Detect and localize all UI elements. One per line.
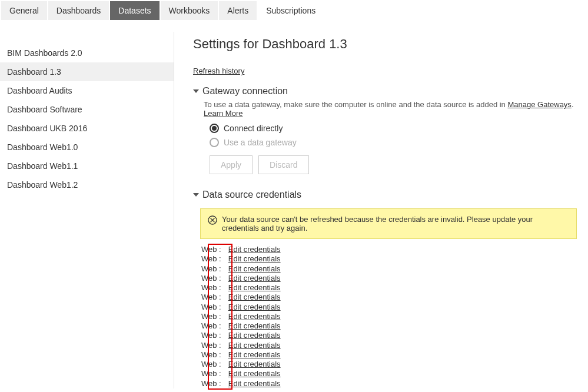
edit-credentials-link[interactable]: Edit credentials bbox=[228, 254, 281, 263]
data-source-label: Web : bbox=[201, 303, 221, 311]
edit-credentials-link[interactable]: Edit credentials bbox=[228, 293, 281, 301]
sidebar-item-dashboard-web12[interactable]: Dashboard Web1.2 bbox=[0, 175, 174, 194]
tab-workbooks[interactable]: Workbooks bbox=[161, 1, 218, 20]
edit-credentials-link[interactable]: Edit credentials bbox=[228, 264, 281, 273]
gateway-desc-middle: . bbox=[572, 100, 574, 109]
sidebar-item-dashboard-software[interactable]: Dashboard Software bbox=[0, 100, 174, 119]
edit-credentials-link[interactable]: Edit credentials bbox=[228, 303, 281, 311]
radio-connect-directly[interactable]: Connect directly bbox=[210, 124, 588, 133]
data-source-row: Web :Edit credentials bbox=[201, 369, 588, 378]
credentials-section-header[interactable]: Data source credentials bbox=[193, 190, 588, 200]
data-source-row: Web :Edit credentials bbox=[201, 331, 588, 340]
page-title: Settings for Dashboard 1.3 bbox=[193, 36, 588, 52]
data-source-row: Web :Edit credentials bbox=[201, 312, 588, 321]
top-tabs: General Dashboards Datasets Workbooks Al… bbox=[0, 1, 588, 20]
data-source-label: Web : bbox=[201, 283, 221, 292]
content-pane: Settings for Dashboard 1.3 Refresh histo… bbox=[174, 32, 588, 388]
warning-text: Your data source can't be refreshed beca… bbox=[222, 215, 569, 232]
tab-dashboards[interactable]: Dashboards bbox=[48, 1, 109, 20]
discard-button[interactable]: Discard bbox=[258, 155, 308, 174]
main-layout: BIM Dashboards 2.0 Dashboard 1.3 Dashboa… bbox=[0, 32, 588, 388]
radio-use-gateway: Use a data gateway bbox=[210, 138, 588, 147]
data-source-label: Web : bbox=[201, 264, 221, 273]
sidebar-item-dashboard-ukb-2016[interactable]: Dashboard UKB 2016 bbox=[0, 119, 174, 138]
edit-credentials-link[interactable]: Edit credentials bbox=[228, 312, 281, 321]
gateway-section-title: Gateway connection bbox=[202, 86, 288, 97]
data-source-label: Web : bbox=[201, 341, 221, 350]
data-source-label: Web : bbox=[201, 331, 221, 340]
tab-general[interactable]: General bbox=[1, 1, 47, 20]
data-source-row: Web :Edit credentials bbox=[201, 303, 588, 312]
data-source-row: Web :Edit credentials bbox=[201, 274, 588, 283]
caret-down-icon bbox=[193, 89, 199, 93]
sidebar-item-dashboard-web11[interactable]: Dashboard Web1.1 bbox=[0, 157, 174, 175]
data-source-row: Web :Edit credentials bbox=[201, 254, 588, 264]
edit-credentials-link[interactable]: Edit credentials bbox=[228, 379, 281, 388]
radio-icon bbox=[210, 138, 219, 147]
data-source-label: Web : bbox=[201, 245, 221, 254]
edit-credentials-link[interactable]: Edit credentials bbox=[228, 321, 281, 330]
data-source-label: Web : bbox=[201, 293, 221, 301]
credentials-section-title: Data source credentials bbox=[202, 190, 301, 200]
data-source-row: Web :Edit credentials bbox=[201, 245, 588, 254]
gateway-radio-group: Connect directly Use a data gateway bbox=[210, 124, 588, 147]
data-source-label: Web : bbox=[201, 369, 221, 378]
data-sources-list: Web :Edit credentialsWeb :Edit credentia… bbox=[201, 245, 588, 388]
edit-credentials-link[interactable]: Edit credentials bbox=[228, 360, 281, 368]
data-source-label: Web : bbox=[201, 274, 221, 283]
edit-credentials-link[interactable]: Edit credentials bbox=[228, 245, 281, 254]
edit-credentials-link[interactable]: Edit credentials bbox=[228, 331, 281, 340]
data-source-row: Web :Edit credentials bbox=[201, 264, 588, 274]
data-source-label: Web : bbox=[201, 379, 221, 388]
data-source-label: Web : bbox=[201, 254, 221, 263]
data-source-row: Web :Edit credentials bbox=[201, 379, 588, 388]
radio-icon bbox=[210, 124, 219, 133]
data-source-row: Web :Edit credentials bbox=[201, 350, 588, 360]
warning-banner: Your data source can't be refreshed beca… bbox=[200, 208, 577, 239]
data-source-label: Web : bbox=[201, 350, 221, 359]
apply-button[interactable]: Apply bbox=[210, 155, 253, 174]
manage-gateways-link[interactable]: Manage Gateways bbox=[507, 100, 571, 109]
tab-alerts[interactable]: Alerts bbox=[219, 1, 257, 20]
tab-datasets[interactable]: Datasets bbox=[110, 1, 159, 20]
data-source-row: Web :Edit credentials bbox=[201, 341, 588, 350]
sidebar-item-dashboard-audits[interactable]: Dashboard Audits bbox=[0, 81, 174, 100]
learn-more-link[interactable]: Learn More bbox=[204, 109, 242, 118]
gateway-buttons: Apply Discard bbox=[210, 155, 588, 174]
data-source-row: Web :Edit credentials bbox=[201, 360, 588, 369]
sidebar-item-bim-dashboards[interactable]: BIM Dashboards 2.0 bbox=[0, 44, 174, 62]
data-source-row: Web :Edit credentials bbox=[201, 283, 588, 293]
sidebar: BIM Dashboards 2.0 Dashboard 1.3 Dashboa… bbox=[0, 32, 174, 388]
radio-label: Use a data gateway bbox=[224, 138, 297, 147]
sidebar-item-dashboard-1-3[interactable]: Dashboard 1.3 bbox=[0, 62, 174, 81]
caret-down-icon bbox=[193, 193, 199, 197]
gateway-description: To use a data gateway, make sure the com… bbox=[204, 100, 588, 118]
edit-credentials-link[interactable]: Edit credentials bbox=[228, 274, 281, 283]
edit-credentials-link[interactable]: Edit credentials bbox=[228, 350, 281, 359]
data-source-label: Web : bbox=[201, 312, 221, 321]
edit-credentials-link[interactable]: Edit credentials bbox=[228, 283, 281, 292]
refresh-history-link[interactable]: Refresh history bbox=[193, 67, 244, 75]
edit-credentials-link[interactable]: Edit credentials bbox=[228, 369, 281, 378]
sidebar-item-dashboard-web10[interactable]: Dashboard Web1.0 bbox=[0, 138, 174, 157]
error-circle-icon bbox=[208, 215, 217, 225]
gateway-desc-prefix: To use a data gateway, make sure the com… bbox=[204, 100, 507, 109]
data-source-label: Web : bbox=[201, 321, 221, 330]
edit-credentials-link[interactable]: Edit credentials bbox=[228, 341, 281, 350]
gateway-section-header[interactable]: Gateway connection bbox=[193, 86, 588, 97]
data-source-label: Web : bbox=[201, 360, 221, 368]
radio-label: Connect directly bbox=[224, 124, 283, 133]
tab-subscriptions[interactable]: Subscriptions bbox=[258, 1, 324, 20]
data-source-row: Web :Edit credentials bbox=[201, 293, 588, 302]
data-source-row: Web :Edit credentials bbox=[201, 321, 588, 331]
